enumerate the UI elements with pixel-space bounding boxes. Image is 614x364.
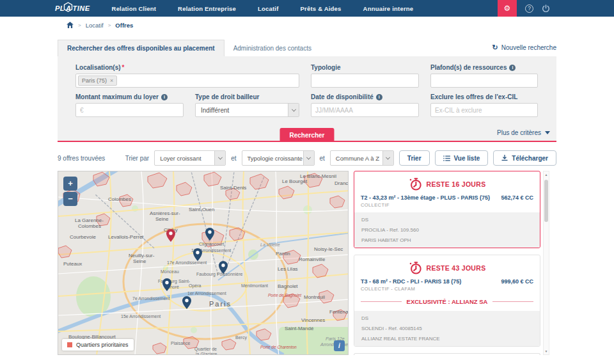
type-droit-select[interactable]: Indifférent [195,103,299,117]
top-navbar: PLATINE Relation Client Relation Entrepr… [0,0,614,17]
map-place-label: Puteaux [63,261,82,267]
map-place-label: Saint-Mandé [285,326,314,331]
map-place-label: Colombes [78,223,101,229]
offer-card-2[interactable]: RESTE 43 JOURS T3 - 68 m² - RDC - PLI - … [354,255,540,347]
exclusivity-banner: EXCLUSIVITÉ : ALLIANZ SA [361,298,533,305]
offer-price: 562,74 € CC [501,194,533,201]
map-place-label: Le Bourget [282,178,308,184]
map[interactable]: Le Blanc-MesnilLe BourgetDrancySaint-Den… [58,171,349,355]
field-montant-loyer: Montant maximum du loyeri [75,93,184,117]
map-place-label: Levallois-Perret [108,234,144,240]
timer-icon [409,261,422,274]
logo-text: TINE [73,4,90,12]
offer-details: DS SOLENDI - Ref. 40085145 ALLIANZ REAL … [354,311,540,346]
map-zoom-controls: + − [63,177,77,206]
map-place-label: Ménilmontant [241,283,268,288]
sort-select-2[interactable]: Typologie croissante [242,150,315,166]
map-place-label: Neuilly-sur- [129,253,155,258]
offer-housing-type: COLLECTIF [354,201,540,212]
montant-label: Montant maximum du loyer [75,93,159,100]
breadcrumb-separator: > [78,22,81,28]
field-type-droit: Type de droit bailleur Indifférent [195,93,299,117]
offer-housing-type: COLLECTIF - CLAFAM [354,285,540,296]
offer-detail-line: DS [354,313,540,323]
breadcrumb-separator: > [108,22,111,28]
map-place-label: 15e Arrondissement [121,314,161,319]
scroll-down-icon[interactable]: ▼ [544,348,549,354]
sort-select-1[interactable]: Loyer croissant [154,150,226,166]
info-icon[interactable]: i [509,65,516,71]
map-place-label: Montreuil [304,294,325,300]
offer-card-1[interactable]: RESTE 16 JOURS T2 - 43,23 m² - 13ème éta… [354,171,540,248]
chevron-down-icon [382,151,393,165]
home-icon[interactable] [67,22,74,28]
refresh-icon: ↻ [492,44,498,52]
map-place-label: Bagnolet [278,283,298,289]
offer-card-3-partial[interactable] [354,353,540,355]
zoom-in-button[interactable]: + [63,177,77,191]
breadcrumb-locatif[interactable]: Locatif [86,22,104,29]
menu-annuaire-interne[interactable]: Annuaire interne [363,5,414,12]
app-logo[interactable]: PLATINE [55,4,90,12]
map-place-label: Saint-Ouen [189,207,214,212]
field-date-dispo: Date de disponibilitéi [311,93,419,117]
localisation-tag: Paris (75) × [78,75,117,86]
field-ex-cil: Exclure les offres de l'ex-CIL [430,93,538,117]
menu-relation-client[interactable]: Relation Client [112,5,157,12]
zoom-out-button[interactable]: − [63,192,77,206]
offer-detail-line: ALLIANZ REAL ESTATE FRANCE [354,333,540,344]
offer-details: DS PROCILIA - Ref. 109.560 PARIS HABITAT… [354,212,540,248]
search-form-panel: Localisation(s)* Paris (75) × Typologie … [58,56,556,142]
timer-icon [409,177,422,191]
map-place-label: Colombes [108,196,131,202]
map-place-label: Paris [209,300,232,308]
tab-rechercher-offres[interactable]: Rechercher des offres disponibles au pla… [58,40,224,56]
search-button[interactable]: Rechercher [279,128,334,142]
sort-select-3[interactable]: Commune A à Z [330,150,394,166]
help-icon[interactable]: ? [525,4,533,13]
results-toolbar: 9 offres trouvées Trier par Loyer croiss… [58,150,556,166]
map-place-label: Pantin [276,251,290,257]
montant-loyer-input[interactable] [75,103,184,117]
date-dispo-input[interactable] [311,103,419,117]
localisation-input[interactable]: Paris (75) × [75,74,299,88]
field-plafonds: Plafond(s) de ressourcesi [430,64,538,88]
map-place-label: Faubourg Poissonnière [196,272,242,277]
logout-power-icon[interactable] [542,4,550,13]
days-left-badge: RESTE 16 JOURS [427,180,486,188]
main-menu: Relation Client Relation Entreprise Loca… [112,5,414,12]
sort-button[interactable]: Trier [399,150,430,166]
settings-gear-icon[interactable]: ⚙ [498,0,517,17]
typologie-input[interactable] [311,74,419,88]
map-legend: Quartiers prioritaires [62,339,134,351]
ex-cil-label: Exclure les offres de l'ex-CIL [430,93,538,100]
view-list-button[interactable]: Vue liste [435,150,489,166]
chevron-down-icon [214,151,225,165]
map-place-label: Les Lilas [278,266,298,272]
info-icon[interactable]: i [376,94,382,100]
scrollbar-thumb[interactable] [544,180,548,222]
offer-detail-line: DS [354,214,540,225]
type-droit-label: Type de droit bailleur [195,93,299,100]
tab-administration-contacts[interactable]: Administration des contacts [224,40,320,56]
offer-title: T3 - 68 m² - RDC - PLI - PARIS 18 (75) [361,278,461,285]
info-icon[interactable]: i [161,94,168,100]
remove-tag-icon[interactable]: × [110,78,113,84]
offers-scrollbar[interactable]: ▲ ▼ [543,171,549,355]
offer-detail-line: SOLENDI - Ref. 40085145 [354,323,540,333]
download-button[interactable]: Télécharger [493,150,556,166]
offer-price: 999,60 € CC [501,278,533,285]
scroll-up-icon[interactable]: ▲ [544,171,549,178]
results-area: Le Blanc-MesnilLe BourgetDrancySaint-Den… [58,171,556,355]
map-place-label: Seine [155,216,169,222]
ex-cil-input[interactable] [430,103,538,117]
map-attribution-icon[interactable]: i [334,340,345,351]
offer-detail-line: PROCILIA - Ref. 109.560 [354,225,540,235]
more-criteria-button[interactable]: Plus de critères [497,129,550,136]
menu-locatif[interactable]: Locatif [258,5,279,12]
new-search-link[interactable]: ↻ Nouvelle recherche [492,44,556,52]
menu-prets-aides[interactable]: Prêts & Aides [301,5,342,12]
and-label: et [320,155,325,162]
plafonds-input[interactable] [430,74,538,88]
menu-relation-entreprise[interactable]: Relation Entreprise [178,5,236,12]
